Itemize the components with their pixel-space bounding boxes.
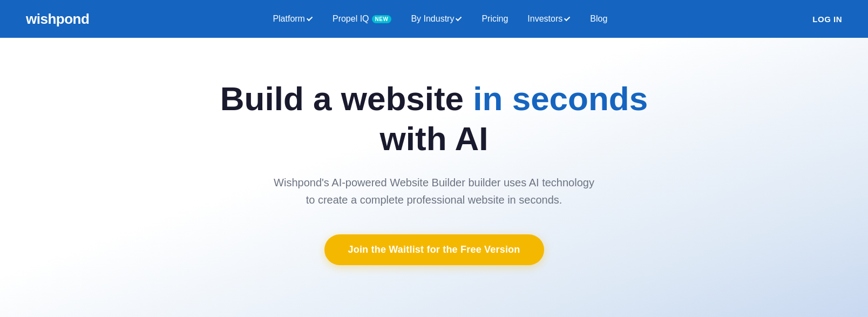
new-badge: NEW — [372, 15, 392, 23]
platform-link[interactable]: Platform — [263, 10, 323, 28]
nav-item-pricing[interactable]: Pricing — [472, 10, 518, 28]
blog-link[interactable]: Blog — [580, 10, 617, 28]
propel-iq-label: Propel IQ — [333, 14, 369, 24]
nav-item-propel-iq[interactable]: Propel IQ NEW — [323, 10, 401, 28]
login-button[interactable]: LOG IN — [812, 15, 842, 24]
hero-title-part2: with AI — [380, 120, 489, 157]
hero-subtitle: Wishpond's AI-powered Website Builder bu… — [272, 174, 596, 208]
pricing-label: Pricing — [482, 14, 508, 24]
hero-section: Build a website in seconds with AI Wishp… — [0, 38, 868, 317]
nav-links: Platform Propel IQ NEW By Industry Prici… — [89, 10, 791, 28]
blog-label: Blog — [590, 14, 607, 24]
site-logo[interactable]: wishpond — [26, 11, 89, 28]
hero-title-highlight: in seconds — [473, 80, 648, 117]
hero-title-part1: Build a website — [220, 80, 473, 117]
nav-item-blog[interactable]: Blog — [580, 10, 617, 28]
investors-chevron-icon — [564, 15, 570, 21]
by-industry-label: By Industry — [411, 14, 454, 24]
hero-title: Build a website in seconds with AI — [218, 79, 650, 159]
navbar: wishpond Platform Propel IQ NEW By Indus… — [0, 0, 868, 38]
nav-item-by-industry[interactable]: By Industry — [401, 10, 472, 28]
nav-item-platform[interactable]: Platform — [263, 10, 323, 28]
platform-chevron-icon — [307, 15, 313, 21]
investors-link[interactable]: Investors — [518, 10, 580, 28]
platform-label: Platform — [273, 14, 305, 24]
investors-label: Investors — [527, 14, 562, 24]
by-industry-link[interactable]: By Industry — [401, 10, 472, 28]
waitlist-cta-button[interactable]: Join the Waitlist for the Free Version — [324, 234, 544, 265]
by-industry-chevron-icon — [456, 15, 462, 21]
pricing-link[interactable]: Pricing — [472, 10, 518, 28]
propel-iq-link[interactable]: Propel IQ NEW — [323, 10, 401, 28]
nav-item-investors[interactable]: Investors — [518, 10, 580, 28]
